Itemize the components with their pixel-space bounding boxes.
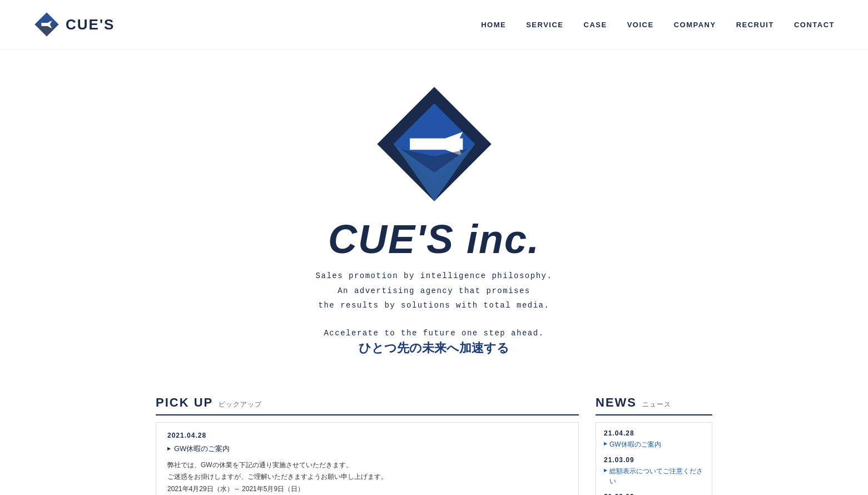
hero-subtitle-line3: the results by solutions with total medi… bbox=[319, 301, 550, 310]
pickup-panel-inner[interactable]: 2021.04.28 GW休暇のご案内 弊社では、GWの休業を下記の通り実施させ… bbox=[156, 423, 578, 495]
pickup-title-en: PICK UP bbox=[156, 395, 213, 410]
nav-recruit[interactable]: RECRUIT bbox=[736, 21, 774, 29]
site-header: CUE'S HOME SERVICE CASE VOICE COMPANY RE… bbox=[0, 0, 868, 50]
pickup-item-title: GW休暇のご案内 bbox=[167, 444, 567, 454]
news-date-1: 21.03.09 bbox=[604, 456, 704, 464]
nav-home[interactable]: HOME bbox=[481, 21, 506, 29]
news-panel: 21.04.28 GW休暇のご案内 21.03.09 総額表示についてご注意くだ… bbox=[596, 422, 712, 495]
news-link-1[interactable]: 総額表示についてご注意ください bbox=[604, 466, 704, 486]
nav-voice[interactable]: VOICE bbox=[627, 21, 654, 29]
news-date-0: 21.04.28 bbox=[604, 429, 704, 437]
nav-case[interactable]: CASE bbox=[584, 21, 607, 29]
logo-text: CUE'S bbox=[66, 16, 115, 33]
svg-rect-3 bbox=[41, 23, 49, 26]
news-title-en: NEWS bbox=[596, 395, 637, 410]
news-panel-inner[interactable]: 21.04.28 GW休暇のご案内 21.03.09 総額表示についてご注意くだ… bbox=[596, 423, 712, 495]
news-item-2: 21.03.09 bbox=[604, 493, 704, 495]
pickup-header: PICK UP ピックアップ bbox=[156, 395, 579, 415]
nav-service[interactable]: SERVICE bbox=[526, 21, 563, 29]
pickup-panel: 2021.04.28 GW休暇のご案内 弊社では、GWの休業を下記の通り実施させ… bbox=[156, 422, 579, 495]
pickup-body-line1: 弊社では、GWの休業を下記の通り実施させていただきます。 bbox=[167, 461, 353, 469]
pickup-body-line3: 2021年4月29日（水）～ 2021年5月9日（日） bbox=[167, 485, 304, 493]
hero-section: CUE'S inc. Sales promotion by intelligen… bbox=[0, 50, 868, 379]
pickup-section: PICK UP ピックアップ 2021.04.28 GW休暇のご案内 弊社では、… bbox=[156, 395, 579, 495]
hero-tagline-en: Accelerate to the future one step ahead. bbox=[324, 329, 544, 338]
logo-icon bbox=[33, 11, 60, 38]
news-item-1: 21.03.09 総額表示についてご注意ください bbox=[604, 456, 704, 486]
pickup-body: 弊社では、GWの休業を下記の通り実施させていただきます。 ご迷惑をお掛けしますが… bbox=[167, 459, 567, 495]
hero-tagline-ja: ひとつ先の未来へ加速する bbox=[324, 340, 544, 357]
svg-rect-7 bbox=[410, 138, 463, 150]
nav-company[interactable]: COMPANY bbox=[674, 21, 716, 29]
nav-contact[interactable]: CONTACT bbox=[794, 21, 835, 29]
hero-title: CUE'S inc. bbox=[328, 216, 540, 262]
pickup-date: 2021.04.28 bbox=[167, 432, 567, 439]
pickup-body-line2: ご迷惑をお掛けしますが、ご理解いただきますようお願い申し上げます。 bbox=[167, 473, 388, 481]
news-title-ja: ニュース bbox=[642, 400, 671, 409]
main-nav: HOME SERVICE CASE VOICE COMPANY RECRUIT … bbox=[481, 21, 835, 29]
news-section: NEWS ニュース 21.04.28 GW休暇のご案内 21.03.09 総額表… bbox=[596, 395, 712, 495]
news-date-2: 21.03.09 bbox=[604, 493, 704, 495]
hero-subtitle-line1: Sales promotion by intelligence philosop… bbox=[316, 271, 553, 280]
news-item-0: 21.04.28 GW休暇のご案内 bbox=[604, 429, 704, 449]
hero-logo-graphic bbox=[373, 83, 495, 205]
hero-subtitle: Sales promotion by intelligence philosop… bbox=[316, 269, 553, 313]
hero-tagline: Accelerate to the future one step ahead.… bbox=[324, 329, 544, 357]
pickup-title-ja: ピックアップ bbox=[219, 400, 262, 409]
hero-subtitle-line2: An advertising agency that promises bbox=[338, 286, 530, 295]
news-link-0[interactable]: GW休暇のご案内 bbox=[604, 439, 704, 449]
content-row: PICK UP ピックアップ 2021.04.28 GW休暇のご案内 弊社では、… bbox=[0, 379, 868, 495]
logo[interactable]: CUE'S bbox=[33, 11, 115, 38]
news-header: NEWS ニュース bbox=[596, 395, 712, 415]
